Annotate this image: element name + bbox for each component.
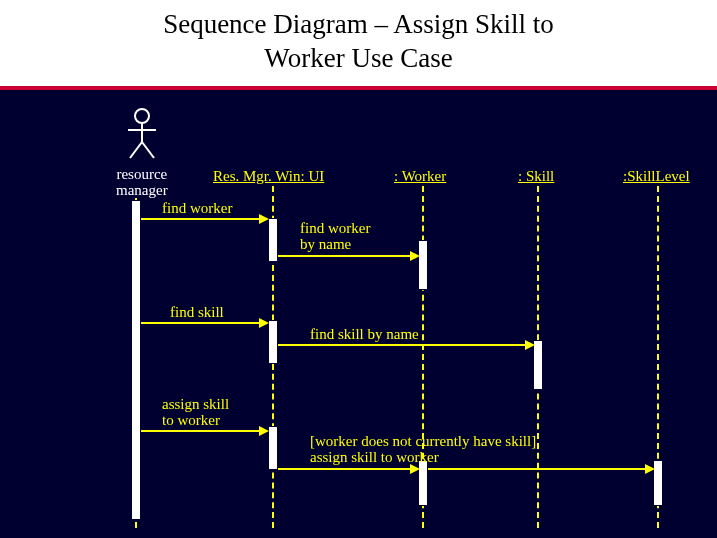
slide-header: Sequence Diagram – Assign Skill to Worke… xyxy=(0,0,717,90)
slide-title: Sequence Diagram – Assign Skill to Worke… xyxy=(0,8,717,76)
msg-guard-assign-arrow-2 xyxy=(645,464,655,474)
msg-find-skill-label: find skill xyxy=(170,304,224,321)
svg-line-3 xyxy=(130,142,142,158)
msg-find-skill-byname-arrow xyxy=(525,340,535,350)
msg-find-worker-label: find worker xyxy=(162,200,232,217)
msg-guard-assign-arrow-1 xyxy=(410,464,420,474)
msg-find-skill-byname-line xyxy=(278,344,527,346)
msg-guard-assign-label: [worker does not currently have skill] a… xyxy=(310,433,536,466)
actor-icon xyxy=(122,108,162,160)
msg-assign-skill-line xyxy=(141,430,261,432)
actor-label: resource manager xyxy=(116,166,168,199)
msg-find-worker-line xyxy=(141,218,261,220)
msg-assign-skill-arrow xyxy=(259,426,269,436)
svg-line-4 xyxy=(142,142,154,158)
msg-find-skill-byname-label: find skill by name xyxy=(310,326,419,343)
actor-resource-manager: resource manager xyxy=(116,108,168,199)
activation-worker-1 xyxy=(418,240,428,290)
msg-guard-assign-line-2 xyxy=(428,468,647,470)
msg-find-skill-arrow xyxy=(259,318,269,328)
msg-find-worker-arrow xyxy=(259,214,269,224)
lifeline-skilllevel-label: :SkillLevel xyxy=(623,168,690,185)
activation-ui-1 xyxy=(268,218,278,262)
sequence-diagram: resource manager Res. Mgr. Win: UI : Wor… xyxy=(0,90,717,530)
lifeline-skill-label: : Skill xyxy=(518,168,554,185)
msg-find-worker-byname-line xyxy=(278,255,412,257)
activation-ui-2 xyxy=(268,320,278,364)
msg-find-worker-byname-arrow xyxy=(410,251,420,261)
svg-point-0 xyxy=(135,109,149,123)
title-line-2: Worker Use Case xyxy=(264,43,452,73)
title-line-1: Sequence Diagram – Assign Skill to xyxy=(163,9,554,39)
msg-guard-assign-line-1 xyxy=(278,468,412,470)
activation-ui-3 xyxy=(268,426,278,470)
activation-actor xyxy=(131,200,141,520)
lifeline-worker-label: : Worker xyxy=(394,168,446,185)
msg-find-skill-line xyxy=(141,322,261,324)
msg-find-worker-byname-label: find worker by name xyxy=(300,220,370,253)
lifeline-ui-label: Res. Mgr. Win: UI xyxy=(213,168,324,185)
msg-assign-skill-label: assign skill to worker xyxy=(162,396,229,429)
